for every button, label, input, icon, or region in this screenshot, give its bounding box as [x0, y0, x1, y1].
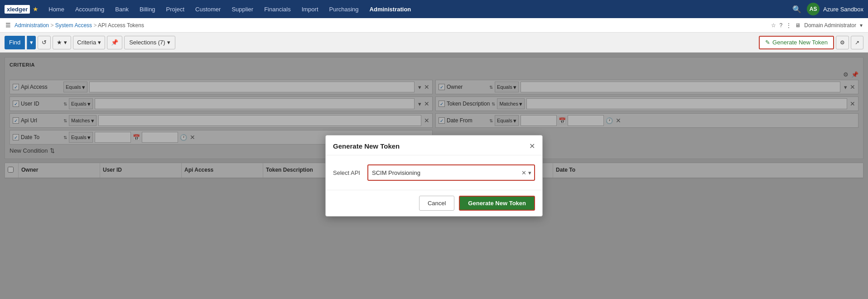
logo-area: xledger ★: [5, 5, 39, 14]
selections-dropdown-icon: ▾: [167, 39, 170, 46]
nav-right: 🔍 AS Azure Sandbox: [791, 3, 863, 15]
search-icon[interactable]: 🔍: [791, 3, 803, 15]
select-api-wrapper: SCIM Provisioning REST API OAuth2 ✕ ▾: [367, 164, 535, 181]
nav-project[interactable]: Project: [162, 0, 189, 18]
hamburger-icon[interactable]: ☰: [5, 22, 11, 29]
star-icon: ★: [57, 39, 62, 46]
modal-title: Generate New Token: [333, 142, 400, 150]
cancel-button[interactable]: Cancel: [419, 196, 454, 211]
settings-icon-btn[interactable]: ⚙: [836, 36, 849, 49]
modal-header: Generate New Token ✕: [326, 135, 542, 155]
clear-icon[interactable]: ✕: [521, 169, 526, 176]
pin-icon: 📌: [111, 39, 118, 46]
criteria-button[interactable]: Criteria ▾: [73, 36, 105, 49]
star-button[interactable]: ★ ▾: [53, 36, 71, 49]
modal-overlay: Generate New Token ✕ Select API SCIM Pro…: [0, 53, 868, 299]
modal-generate-button[interactable]: Generate New Token: [459, 196, 535, 211]
star-dropdown-icon: ▾: [64, 39, 67, 46]
breadcrumb-star-icon[interactable]: ☆: [771, 22, 776, 29]
edit-icon: ✎: [765, 39, 770, 46]
modal-footer: Cancel Generate New Token: [326, 190, 542, 216]
main-content: CRITERIA ⚙ 📌 Api Access Equals ▾ ▾ ✕: [0, 53, 868, 299]
breadcrumb-menu-icon[interactable]: ⋮: [786, 22, 791, 29]
modal-close-button[interactable]: ✕: [529, 142, 535, 150]
toolbar: Find ▾ ↺ ★ ▾ Criteria ▾ 📌 Selections (7)…: [0, 33, 868, 53]
generate-token-button[interactable]: ✎ Generate New Token: [759, 36, 834, 49]
nav-financials[interactable]: Financials: [260, 0, 295, 18]
find-dropdown[interactable]: ▾: [27, 36, 36, 49]
nav-home[interactable]: Home: [44, 0, 69, 18]
nav-supplier[interactable]: Supplier: [227, 0, 258, 18]
find-button[interactable]: Find: [5, 36, 25, 49]
breadcrumb-current: API Access Tokens: [98, 22, 144, 29]
history-icon: ↺: [42, 39, 47, 46]
top-nav: xledger ★ Home Accounting Bank Billing P…: [0, 0, 868, 18]
nav-accounting[interactable]: Accounting: [71, 0, 109, 18]
breadcrumb-system-access[interactable]: System Access: [55, 22, 92, 29]
export-icon-btn[interactable]: ↗: [851, 36, 863, 49]
generate-token-modal: Generate New Token ✕ Select API SCIM Pro…: [325, 135, 543, 217]
select-api-dropdown[interactable]: SCIM Provisioning REST API OAuth2: [368, 165, 534, 180]
selections-label: Selections (7): [129, 39, 165, 46]
generate-token-label: Generate New Token: [772, 39, 828, 46]
dropdown-chevron-icon[interactable]: ▾: [528, 169, 531, 176]
pin-button[interactable]: 📌: [107, 36, 122, 49]
user-env: Azure Sandbox: [823, 6, 863, 13]
avatar: AS: [807, 3, 820, 15]
domain-admin-label: Domain Administrator: [804, 22, 856, 29]
selections-button[interactable]: Selections (7) ▾: [124, 36, 175, 49]
breadcrumb-bar: ☰ Administration > System Access > API A…: [0, 18, 868, 33]
nav-import[interactable]: Import: [297, 0, 323, 18]
nav-customer[interactable]: Customer: [191, 0, 225, 18]
breadcrumb-admin[interactable]: Administration: [14, 22, 49, 29]
breadcrumb: Administration > System Access > API Acc…: [14, 22, 144, 29]
logo[interactable]: xledger: [5, 5, 30, 14]
breadcrumb-dropdown-icon[interactable]: ▾: [860, 22, 863, 29]
breadcrumb-question-icon[interactable]: ?: [780, 22, 783, 29]
breadcrumb-right: ☆ ? ⋮ 🖥 Domain Administrator ▾: [771, 22, 863, 29]
nav-bank[interactable]: Bank: [111, 0, 133, 18]
nav-billing[interactable]: Billing: [135, 0, 160, 18]
select-api-label: Select API: [333, 169, 360, 176]
nav-purchasing[interactable]: Purchasing: [325, 0, 363, 18]
criteria-dropdown-icon: ▾: [98, 39, 101, 46]
criteria-label: Criteria: [77, 39, 96, 46]
nav-administration[interactable]: Administration: [365, 0, 416, 18]
modal-body: Select API SCIM Provisioning REST API OA…: [326, 155, 542, 190]
breadcrumb-monitor-icon: 🖥: [795, 22, 800, 29]
history-button[interactable]: ↺: [38, 36, 51, 49]
nav-star-icon[interactable]: ★: [33, 5, 39, 13]
